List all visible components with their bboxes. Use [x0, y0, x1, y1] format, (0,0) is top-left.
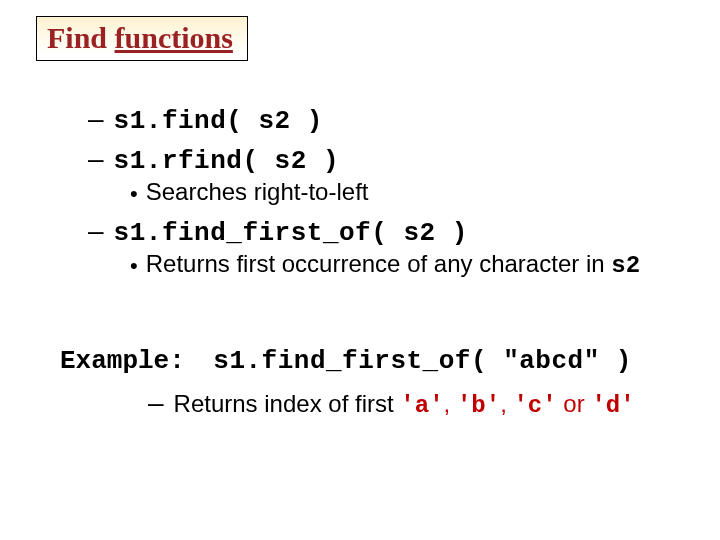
char-c: 'c': [513, 392, 556, 419]
title-word-functions: functions: [115, 21, 233, 54]
sep: ,: [444, 390, 457, 417]
bullet-find-first-of: – s1.find_first_of( s2 ): [88, 214, 680, 248]
char-b: 'b': [457, 392, 500, 419]
title-word-find: Find: [47, 21, 107, 54]
example-sub-text: Returns index of first 'a', 'b', 'c' or …: [174, 390, 635, 419]
dash-icon: –: [88, 142, 104, 176]
example-line: Example: s1.find_first_of( "abcd" ): [60, 346, 632, 376]
code-find-first-of: s1.find_first_of( s2 ): [114, 218, 468, 248]
sep: ,: [500, 390, 513, 417]
dash-icon: –: [88, 214, 104, 248]
bullet-icon: •: [130, 252, 138, 281]
text-ffo-note: Returns first occurrence of any characte…: [146, 250, 640, 279]
code-find: s1.find( s2 ): [114, 106, 323, 136]
code-rfind: s1.rfind( s2 ): [114, 146, 339, 176]
example-sub: – Returns index of first 'a', 'b', 'c' o…: [148, 386, 635, 420]
bullet-icon: •: [130, 180, 138, 209]
example-sub-pre: Returns index of first: [174, 390, 401, 417]
bullet-ffo-note: • Returns first occurrence of any charac…: [130, 250, 680, 280]
char-a: 'a': [400, 392, 443, 419]
dash-icon: –: [88, 102, 104, 136]
example-label: Example:: [60, 346, 185, 376]
bullet-find: – s1.find( s2 ): [88, 102, 680, 136]
char-d: 'd': [591, 392, 634, 419]
example-code: s1.find_first_of( "abcd" ): [213, 346, 632, 376]
slide-title: Find functions: [36, 16, 248, 61]
dash-icon: –: [148, 386, 164, 420]
bullet-rfind-note: • Searches right-to-left: [130, 178, 680, 208]
slide: Find functions – s1.find( s2 ) – s1.rfin…: [0, 0, 720, 540]
bullet-rfind: – s1.rfind( s2 ): [88, 142, 680, 176]
text-ffo-note-pre: Returns first occurrence of any characte…: [146, 250, 612, 277]
text-rfind-note: Searches right-to-left: [146, 178, 369, 206]
code-s2: s2: [611, 252, 640, 279]
sep-or: or: [557, 390, 592, 417]
content-area: – s1.find( s2 ) – s1.rfind( s2 ) • Searc…: [60, 100, 680, 279]
